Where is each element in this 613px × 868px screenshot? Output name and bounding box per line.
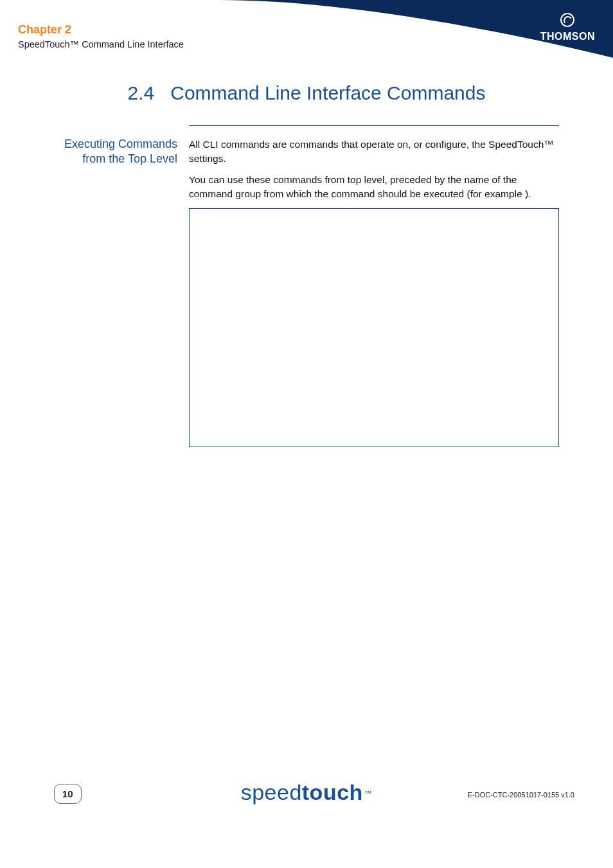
paragraph-2-tail: ). — [525, 188, 531, 199]
rule — [189, 125, 559, 126]
brand-logo: THOMSON — [540, 13, 595, 42]
page: Chapter 2 SpeedTouch™ Command Line Inter… — [0, 0, 613, 868]
margin-heading-line1: Executing Commands — [54, 137, 177, 152]
footer-logo-bold: touch — [302, 780, 363, 804]
section-number: 2.4 — [128, 82, 155, 103]
section-title: Command Line Interface Commands — [170, 82, 485, 103]
footer-logo-thin: speed — [241, 780, 302, 804]
footer-logo-tm: ™ — [364, 789, 373, 798]
chapter-label: Chapter 2 — [18, 23, 184, 37]
paragraph-2: You can use these commands from top leve… — [189, 173, 559, 202]
margin-heading: Executing Commands from the Top Level — [54, 125, 177, 447]
brand-mark-icon — [560, 13, 574, 27]
document-id: E-DOC-CTC-20051017-0155 v1.0 — [468, 791, 574, 799]
body-text: All CLI commands are commands that opera… — [189, 137, 559, 202]
brand-name: THOMSON — [540, 31, 595, 42]
margin-heading-line2: from the Top Level — [54, 152, 177, 166]
content-column: All CLI commands are commands that opera… — [189, 125, 559, 447]
section-heading: 2.4 Command Line Interface Commands — [0, 82, 613, 104]
paragraph-1: All CLI commands are commands that opera… — [189, 137, 559, 166]
chapter-header: Chapter 2 SpeedTouch™ Command Line Inter… — [18, 23, 184, 49]
code-box — [189, 208, 559, 447]
paragraph-2-main: You can use these commands from top leve… — [189, 174, 525, 199]
content-row: Executing Commands from the Top Level Al… — [54, 125, 559, 447]
chapter-subtitle: SpeedTouch™ Command Line Interface — [18, 39, 184, 49]
